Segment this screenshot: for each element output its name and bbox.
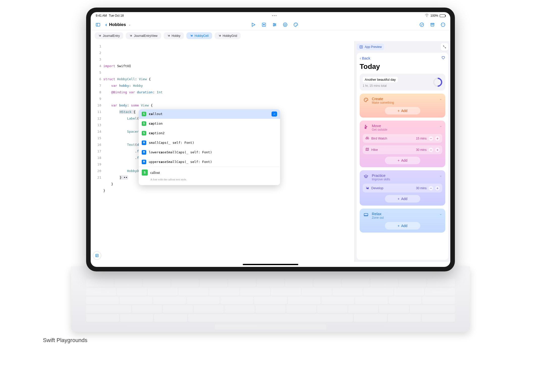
tab-hobbygrid[interactable]: HobbyGrid <box>215 32 241 39</box>
swift-icon <box>98 34 101 38</box>
svg-rect-1 <box>96 23 100 26</box>
card-icon <box>363 212 369 218</box>
settings-sliders-icon[interactable] <box>271 21 278 28</box>
completion-kind-badge: M <box>142 141 146 145</box>
binoculars-icon <box>365 136 369 141</box>
caption: Swift Playgrounds <box>43 337 87 344</box>
plus-button[interactable]: + <box>435 148 440 152</box>
more-icon[interactable] <box>440 21 446 28</box>
palette-icon[interactable] <box>292 21 299 28</box>
add-button[interactable]: +Add <box>385 157 420 164</box>
card-subtitle: Make something <box>372 101 437 104</box>
activity-duration: 30 mins <box>416 148 427 152</box>
svg-point-21 <box>443 24 443 25</box>
stop-button[interactable] <box>261 21 267 28</box>
add-button[interactable]: +Add <box>385 107 420 115</box>
plus-button[interactable]: + <box>435 136 440 141</box>
minus-button[interactable]: − <box>429 186 433 190</box>
card-icon <box>363 173 369 180</box>
svg-point-28 <box>365 99 365 100</box>
autocomplete-item[interactable]: Scallout⏎ <box>139 109 280 119</box>
svg-point-10 <box>274 25 274 26</box>
activity-row[interactable]: Hike 30 mins − + <box>363 145 442 154</box>
summary-card: Another beautiful day 1 hr, 15 mins tota… <box>360 74 445 91</box>
preview-back-button[interactable]: ‹ Back <box>360 56 370 60</box>
preview-title: Today <box>360 63 445 71</box>
completion-kind-badge: M <box>142 160 146 164</box>
plus-button[interactable]: + <box>435 186 440 190</box>
hobby-card[interactable]: Relax Zone out ⌄ +Add <box>360 209 445 233</box>
chevron-down-icon[interactable]: ⌄ <box>439 212 442 216</box>
tab-hobbycell[interactable]: HobbyCell <box>186 32 212 39</box>
battery-icon <box>440 14 445 17</box>
minus-button[interactable]: − <box>429 148 433 152</box>
minus-button[interactable]: − <box>429 136 433 141</box>
code-line[interactable]: @Binding var duration: Int <box>103 89 354 96</box>
insert-snippet-button[interactable] <box>93 251 101 260</box>
code-line[interactable]: var body: some View { <box>103 102 354 109</box>
hobby-card[interactable]: Create Make something ⌄ +Add <box>360 94 445 118</box>
autocomplete-item[interactable]: MlowercaseSmallCaps(_ self: Font) <box>139 148 280 157</box>
svg-point-15 <box>420 23 424 26</box>
autocomplete-item[interactable]: MsmallCaps(_ self: Font) <box>139 138 280 148</box>
swift-icon <box>129 34 132 38</box>
chevron-down-icon[interactable]: ⌄ <box>439 97 442 101</box>
preview-back-label: Back <box>362 56 370 60</box>
autocomplete-item[interactable]: Scaption2 <box>139 128 280 138</box>
code-line[interactable] <box>103 194 354 201</box>
hobby-card[interactable]: Move Get outside ⌄ Bird Watch 15 mins − … <box>360 121 445 167</box>
breadcrumb[interactable]: ‹ Hobbies ⌄ <box>105 22 131 27</box>
chevron-down-icon[interactable]: ⌄ <box>439 124 442 128</box>
svg-point-9 <box>275 24 276 25</box>
status-time: 9:41 AM <box>96 14 107 17</box>
back-chevron-icon[interactable]: ‹ <box>105 22 107 27</box>
swift-icon <box>190 34 193 38</box>
activity-row[interactable]: Develop 30 mins − + <box>363 184 442 192</box>
svg-point-22 <box>444 24 444 25</box>
code-area[interactable]: import SwiftUI struct HobbyCell: View { … <box>103 41 354 262</box>
autocomplete-item[interactable]: Scaption <box>139 119 280 128</box>
code-line[interactable] <box>103 96 354 102</box>
archive-icon[interactable] <box>429 21 436 28</box>
tab-journalentry[interactable]: JournalEntry <box>95 32 123 39</box>
svg-point-12 <box>295 24 295 24</box>
svg-rect-34 <box>364 213 368 216</box>
autocomplete-popup[interactable]: Scallout⏎ScaptionScaption2MsmallCaps(_ s… <box>139 109 280 185</box>
run-button[interactable] <box>250 21 257 28</box>
code-line[interactable]: struct HobbyCell: View { <box>103 76 354 82</box>
card-title: Relax <box>372 212 437 216</box>
heart-icon[interactable] <box>441 56 445 61</box>
preview-badge[interactable]: App Preview <box>357 44 384 50</box>
hobby-card[interactable]: Practice Improve skills ⌄ Develop 30 min… <box>360 170 445 206</box>
chevron-down-icon[interactable]: ⌄ <box>439 173 442 177</box>
code-line[interactable]: import SwiftUI <box>103 63 354 69</box>
autocomplete-item[interactable]: MuppercaseSmallCaps(_ self: Font) <box>139 157 280 167</box>
completion-kind-badge: S <box>142 131 146 135</box>
checkmark-icon[interactable] <box>419 21 425 28</box>
add-button[interactable]: +Add <box>385 195 420 203</box>
preview-content[interactable]: ‹ Back Today Another beautiful day 1 hr,… <box>357 53 448 260</box>
sidebar-toggle-icon[interactable] <box>95 21 101 28</box>
return-key-icon[interactable]: ⏎ <box>272 111 277 117</box>
expand-preview-button[interactable] <box>441 43 448 51</box>
map-icon <box>365 147 369 152</box>
tab-hobby[interactable]: Hobby <box>164 32 184 39</box>
summary-subtitle: 1 hr, 15 mins total <box>363 84 398 88</box>
battery-percent: 100% <box>430 14 438 17</box>
code-line[interactable]: } <box>103 187 354 194</box>
activity-label: Hike <box>371 148 378 152</box>
swift-icon <box>218 34 221 38</box>
code-line[interactable] <box>103 69 354 76</box>
card-subtitle: Improve skills <box>372 178 437 181</box>
code-line[interactable]: var hobby: Hobby <box>103 82 354 89</box>
summary-label[interactable]: Another beautiful day <box>363 77 398 82</box>
wifi-icon <box>425 13 429 18</box>
add-button[interactable]: +Add <box>385 222 420 230</box>
code-editor[interactable]: 123456789101112131415161718192021 import… <box>91 41 354 262</box>
chevron-down-icon[interactable]: ⌄ <box>129 23 131 26</box>
multitask-dots[interactable] <box>272 15 277 16</box>
tab-journalentryview[interactable]: JournalEntryView <box>126 32 161 39</box>
home-indicator[interactable] <box>91 262 450 267</box>
activity-row[interactable]: Bird Watch 15 mins − + <box>363 134 442 143</box>
star-icon[interactable] <box>282 21 288 28</box>
